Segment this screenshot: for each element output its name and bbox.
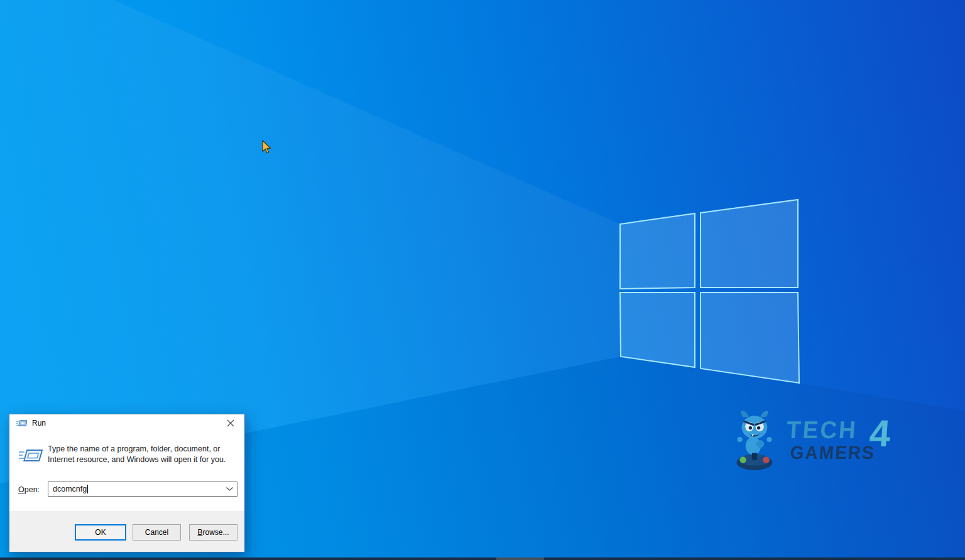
brand-text-tech: TECH — [785, 416, 858, 444]
brand-text-gamers: GAMERS — [790, 443, 876, 464]
dialog-message-line1: Type the name of a program, folder, docu… — [48, 444, 237, 455]
open-label: Open: — [18, 485, 40, 494]
windows-logo — [620, 200, 799, 383]
close-icon — [227, 419, 234, 427]
desktop-wallpaper: TECH 4 GAMERS Run — [0, 0, 965, 560]
tech4gamers-logo: TECH 4 GAMERS — [734, 407, 922, 482]
run-icon — [16, 419, 27, 428]
run-dialog-titlebar[interactable]: Run — [9, 414, 244, 432]
browse-label-rest: rowse... — [203, 528, 229, 537]
browse-button[interactable]: Browse... — [189, 524, 237, 541]
windows-logo-pane — [620, 213, 695, 289]
open-label-rest: pen: — [25, 485, 40, 494]
taskbar-sliver[interactable] — [0, 557, 965, 560]
mouse-cursor — [262, 140, 272, 155]
windows-logo-pane — [701, 293, 799, 383]
open-input[interactable]: dcomcnfg — [48, 482, 237, 497]
windows-logo-pane — [701, 200, 798, 288]
dialog-message: Type the name of a program, folder, docu… — [48, 444, 237, 465]
ok-button[interactable]: OK — [75, 524, 126, 541]
close-button[interactable] — [216, 414, 244, 432]
open-dropdown-button[interactable] — [222, 483, 236, 495]
browse-accesskey: B — [197, 528, 202, 537]
text-caret — [87, 485, 88, 493]
chevron-down-icon — [226, 487, 233, 491]
cancel-button[interactable]: Cancel — [133, 524, 181, 541]
windows-logo-pane — [620, 293, 695, 367]
window-title: Run — [32, 419, 46, 428]
mascot-icon — [734, 408, 775, 472]
open-input-value[interactable]: dcomcnfg — [48, 485, 87, 493]
open-label-accesskey: O — [18, 485, 25, 494]
dialog-message-line2: Internet resource, and Windows will open… — [48, 455, 237, 465]
run-dialog: Run Type the name of a program, folder, … — [9, 414, 245, 552]
taskbar-item-sliver[interactable] — [496, 557, 544, 560]
run-window-icon — [18, 444, 43, 469]
